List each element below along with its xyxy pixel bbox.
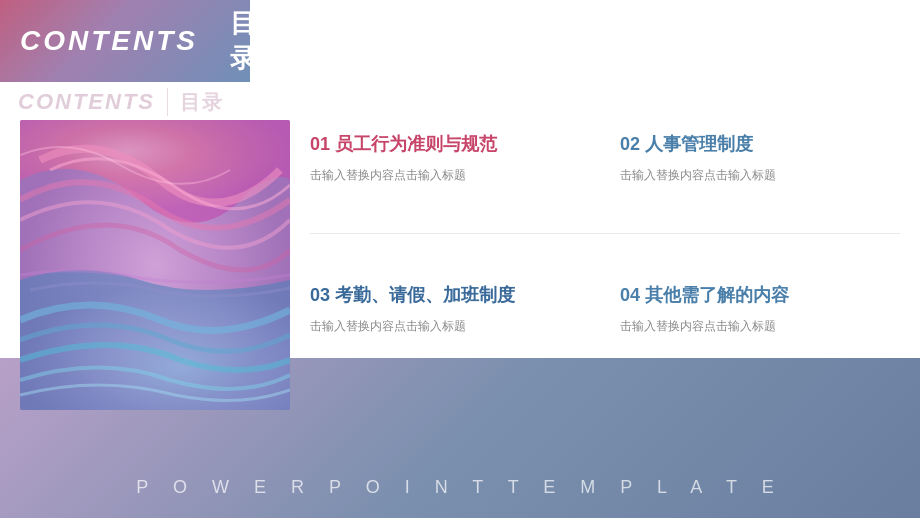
ghost-divider (167, 88, 168, 116)
item-01-title: 01 员工行为准则与规范 (310, 132, 590, 156)
item-04-title: 04 其他需了解的内容 (620, 283, 900, 307)
item-01-subtitle: 击输入替换内容点击输入标题 (310, 166, 590, 185)
item-04-subtitle: 击输入替换内容点击输入标题 (620, 317, 900, 336)
content-item-01: 01 员工行为准则与规范 击输入替换内容点击输入标题 (310, 132, 590, 185)
item-03-title: 03 考勤、请假、加班制度 (310, 283, 590, 307)
item-02-subtitle: 击输入替换内容点击输入标题 (620, 166, 900, 185)
content-row-top: 01 员工行为准则与规范 击输入替换内容点击输入标题 02 人事管理制度 击输入… (310, 132, 900, 185)
item-02-title: 02 人事管理制度 (620, 132, 900, 156)
item-03-subtitle: 击输入替换内容点击输入标题 (310, 317, 590, 336)
decorative-image (20, 120, 290, 410)
content-item-03: 03 考勤、请假、加班制度 击输入替换内容点击输入标题 (310, 283, 590, 336)
ghost-watermark: CONTENTS 目录 (0, 82, 260, 122)
header-box: CONTENTS 目录 (0, 0, 250, 82)
header-contents-label: CONTENTS (20, 25, 198, 57)
ghost-contents-label: CONTENTS (18, 89, 155, 115)
header-chinese-label: 目录 (230, 6, 258, 76)
content-item-04: 04 其他需了解的内容 击输入替换内容点击输入标题 (620, 283, 900, 336)
content-item-02: 02 人事管理制度 击输入替换内容点击输入标题 (620, 132, 900, 185)
content-row-bottom: 03 考勤、请假、加班制度 击输入替换内容点击输入标题 04 其他需了解的内容 … (310, 283, 900, 336)
footer-template-text: P O W E R P O I N T T E M P L A T E (0, 477, 920, 498)
row-separator (310, 233, 900, 234)
content-area: 01 员工行为准则与规范 击输入替换内容点击输入标题 02 人事管理制度 击输入… (310, 110, 900, 358)
ghost-chinese-label: 目录 (180, 89, 224, 116)
